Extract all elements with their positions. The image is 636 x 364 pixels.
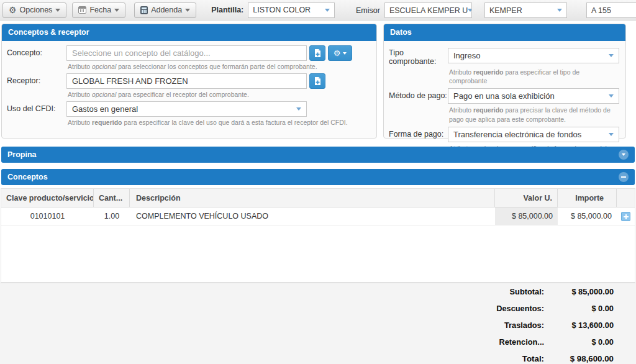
metodo-pago-label: Método de pago: [389, 88, 448, 104]
help-text: para seleccionar los conceptos que forma… [118, 63, 317, 70]
propina-title: Propina [7, 150, 37, 159]
grid-header-row: Clave producto/servicio Cant... Descripc… [1, 189, 635, 207]
total-row: Total: $ 98,600.00 [0, 350, 614, 364]
traslados-value: $ 13,600.00 [544, 321, 614, 330]
help-text: Atributo [68, 63, 90, 70]
column-header-valor-unitario[interactable]: Valor U. [495, 189, 558, 207]
emisor-serie-value: A 155 [591, 6, 611, 15]
cell-cantidad[interactable]: 1.00 [94, 207, 130, 225]
help-text: para especificar el receptor del comprob… [118, 91, 249, 98]
chevron-down-icon [185, 9, 190, 12]
forma-pago-row: Forma de pago: Transferencia electrónica… [389, 127, 619, 142]
cell-descripcion[interactable]: COMPLEMENTO VEHÍCULO USADO [130, 207, 495, 225]
subtotal-label: Subtotal: [510, 287, 544, 296]
column-header-importe[interactable]: Importe [558, 189, 617, 207]
retenciones-row: Retencion... $ 0.00 [0, 334, 614, 350]
chevron-down-icon [296, 107, 301, 111]
tipo-comprobante-label: Tipo comprobante: [389, 45, 448, 66]
top-toolbar: ⚙ Opciones Fecha Addenda Plantilla: LIST… [0, 0, 636, 20]
metodo-pago-value: Pago en una sola exhibición [453, 91, 555, 101]
conceptos-collapse-button[interactable] [619, 172, 629, 182]
uso-cfdi-label: Uso del CFDI: [7, 101, 66, 117]
conceptos-receptor-panel: Conceptos & receptor Concepto: ⚙ [1, 24, 377, 139]
forma-pago-label: Forma de pago: [389, 127, 448, 142]
help-text: Atributo [68, 91, 90, 98]
document-plus-icon [314, 77, 321, 86]
uso-cfdi-help: Atributo requerido para especificar la c… [66, 117, 370, 129]
cell-actions [617, 207, 635, 225]
cell-clave[interactable]: 01010101 [1, 207, 94, 225]
help-text: Atributo [68, 119, 90, 126]
document-plus-icon [314, 49, 321, 58]
concepto-input[interactable] [66, 45, 307, 61]
metodo-pago-row: Método de pago: Pago en una sola exhibic… [389, 88, 619, 104]
emisor-sucursal-value: KEMPER [489, 6, 522, 15]
column-header-clave[interactable]: Clave producto/servicio [1, 189, 94, 207]
concepto-catalog-button[interactable] [309, 45, 325, 61]
concepto-field: ⚙ [66, 45, 370, 61]
forma-pago-select[interactable]: Transferencia electrónica de fondos [448, 127, 619, 142]
metodo-pago-select[interactable]: Pago en una sola exhibición [448, 88, 619, 104]
addenda-button-label: Addenda [151, 6, 182, 14]
chevron-down-icon [557, 9, 562, 12]
uso-cfdi-select[interactable]: Gastos en general [66, 101, 307, 117]
total-label: Total: [522, 354, 544, 363]
help-emphasis: opcional [92, 63, 116, 70]
receptor-label: Receptor: [7, 73, 66, 89]
chevron-down-icon [468, 9, 472, 12]
column-header-actions [617, 189, 635, 207]
receptor-catalog-button[interactable] [309, 73, 325, 89]
fecha-button-label: Fecha [89, 6, 111, 14]
column-header-cantidad[interactable]: Cant... [94, 189, 130, 207]
panel-body: Concepto: ⚙ Atributo opc [2, 41, 376, 129]
chevron-down-icon [325, 9, 330, 12]
concepto-options-button[interactable]: ⚙ [328, 45, 352, 61]
addenda-button[interactable]: Addenda [134, 2, 196, 18]
concepto-row: Concepto: ⚙ [7, 45, 370, 61]
tipo-comprobante-select[interactable]: Ingreso [448, 48, 619, 63]
descuentos-row: Descuentos: $ 0.00 [0, 300, 614, 317]
receptor-field [66, 73, 370, 89]
collapse-minus-icon [621, 176, 626, 178]
metodo-pago-help: Atributo requerido para precisar la clav… [448, 104, 619, 126]
propina-section-header[interactable]: Propina [1, 147, 635, 163]
retenciones-value: $ 0.00 [544, 337, 614, 347]
chevron-down-icon [55, 9, 60, 12]
datos-panel: Datos Tipo comprobante: Ingreso Atributo… [383, 24, 626, 139]
emisor-group: Emisor ESCUELA KEMPER U KEMPER A 155 [356, 2, 636, 18]
emisor-empresa-select[interactable]: ESCUELA KEMPER U [384, 2, 472, 18]
chevron-down-icon [609, 94, 614, 98]
tipo-comprobante-row: Tipo comprobante: Ingreso [389, 45, 619, 66]
gear-icon: ⚙ [9, 6, 17, 14]
uso-cfdi-row: Uso del CFDI: Gastos en general [7, 101, 370, 117]
emisor-sucursal-select[interactable]: KEMPER [484, 2, 567, 18]
fecha-button[interactable]: Fecha [72, 2, 125, 18]
emisor-label: Emisor [356, 6, 380, 15]
help-text: Atributo [449, 106, 471, 114]
concepto-help: Atributo opcional para seleccionar los c… [66, 61, 370, 73]
receptor-input[interactable] [66, 73, 307, 89]
tipo-comprobante-value: Ingreso [453, 51, 480, 60]
traslados-row: Traslados: $ 13,600.00 [0, 317, 614, 334]
help-emphasis: requerido [473, 106, 503, 114]
plantilla-label: Plantilla: [211, 6, 243, 14]
descuentos-value: $ 0.00 [544, 304, 614, 313]
cell-valor-unitario[interactable]: $ 85,000.00 [495, 207, 558, 225]
conceptos-section-header[interactable]: Conceptos [1, 169, 635, 185]
help-text: Atributo [449, 68, 471, 76]
opciones-button[interactable]: ⚙ Opciones [2, 2, 66, 18]
gear-icon: ⚙ [334, 49, 341, 57]
cell-importe[interactable]: $ 85,000.00 [558, 207, 617, 225]
chevron-down-icon [343, 52, 347, 55]
column-header-descripcion[interactable]: Descripción [130, 189, 495, 207]
opciones-button-label: Opciones [20, 6, 53, 14]
propina-expand-button[interactable] [619, 150, 629, 160]
tipo-comprobante-field: Ingreso [448, 45, 619, 66]
emisor-serie-select[interactable]: A 155 [586, 2, 636, 18]
table-row[interactable]: 01010101 1.00 COMPLEMENTO VEHÍCULO USADO… [1, 207, 635, 225]
plantilla-select[interactable]: LISTON COLOR [248, 2, 335, 18]
add-concepto-button[interactable] [621, 212, 630, 221]
traslados-label: Traslados: [504, 321, 544, 330]
chevron-down-icon [622, 153, 625, 156]
tipo-comprobante-help: Atributo requerido para especificar el t… [448, 66, 619, 88]
